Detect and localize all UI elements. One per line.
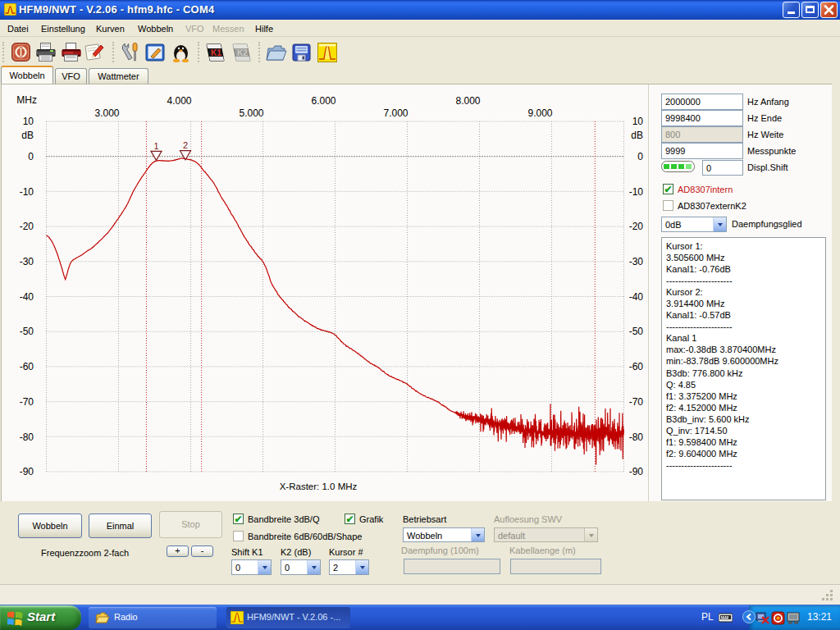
svg-text:7.000: 7.000: [383, 107, 408, 119]
svg-text:dB: dB: [631, 130, 643, 141]
svg-text:K2: K2: [237, 48, 248, 57]
svg-text:-90: -90: [20, 466, 34, 477]
svg-text:-60: -60: [629, 361, 644, 372]
svg-text:3.000: 3.000: [94, 107, 119, 119]
svg-text:X-Raster: 1.0 MHz: X-Raster: 1.0 MHz: [280, 482, 358, 491]
svg-text:6.000: 6.000: [311, 95, 336, 107]
svg-text:-70: -70: [629, 396, 644, 408]
svg-text:-50: -50: [629, 326, 644, 337]
svg-text:1: 1: [153, 141, 158, 151]
svg-text:9.000: 9.000: [527, 107, 552, 119]
svg-text:-10: -10: [629, 186, 644, 198]
svg-text:-40: -40: [629, 291, 644, 303]
svg-text:-90: -90: [629, 466, 644, 477]
svg-text:8.000: 8.000: [455, 95, 480, 107]
svg-text:-30: -30: [20, 256, 34, 267]
svg-text:10: 10: [632, 116, 644, 127]
svg-text:-60: -60: [20, 361, 34, 372]
svg-text:0: 0: [28, 151, 34, 162]
svg-text:-70: -70: [20, 396, 34, 408]
svg-text:K1: K1: [211, 48, 221, 57]
svg-text:5.000: 5.000: [239, 107, 263, 119]
svg-text:-10: -10: [20, 186, 34, 198]
svg-text:MHz: MHz: [16, 94, 37, 106]
svg-text:-20: -20: [629, 221, 644, 232]
svg-text:-50: -50: [20, 326, 34, 337]
svg-text:4.000: 4.000: [167, 95, 191, 107]
svg-text:-20: -20: [20, 221, 34, 232]
svg-text:2: 2: [183, 140, 188, 150]
svg-text:-30: -30: [629, 256, 644, 267]
svg-text:0: 0: [637, 151, 643, 162]
svg-text:dB: dB: [21, 130, 34, 141]
svg-text:-80: -80: [20, 431, 34, 443]
svg-text:10: 10: [23, 116, 34, 127]
svg-text:-80: -80: [629, 431, 644, 443]
svg-text:-40: -40: [20, 291, 34, 303]
